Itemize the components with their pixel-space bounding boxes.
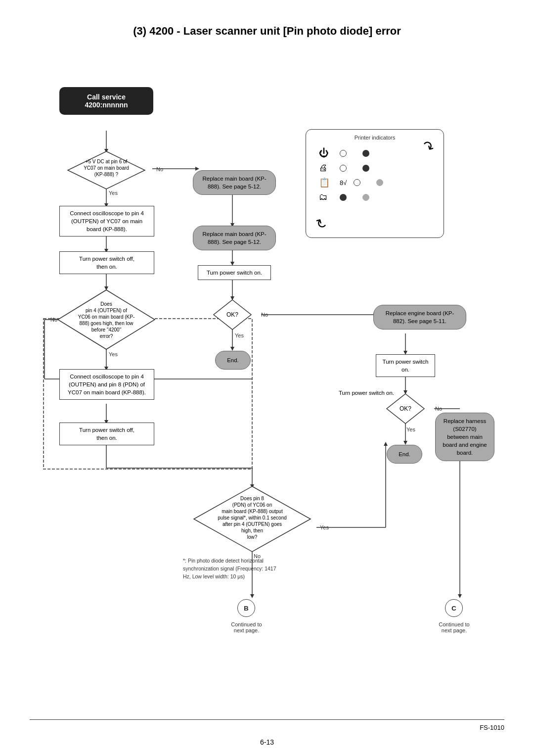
- svg-text:YC07 on main board: YC07 on main board: [84, 165, 129, 171]
- svg-text:(PDN) of YC06 on: (PDN) of YC06 on: [232, 502, 272, 508]
- arrow-bottom-left: ↷: [312, 212, 330, 232]
- svg-text:low?: low?: [247, 534, 258, 540]
- svg-text:Does: Does: [100, 301, 112, 307]
- replace-harness-box: Replace harness (S02770) between main bo…: [435, 413, 494, 461]
- pi-circle-open-3: [354, 179, 360, 186]
- power-off2-box: Turn power switch off,then on.: [59, 423, 154, 445]
- svg-text:YC06 on main board (KP-: YC06 on main board (KP-: [78, 314, 135, 320]
- continued-c: Continued to next page.: [433, 621, 475, 633]
- end2-text: End.: [399, 450, 410, 458]
- connect-osc1-box: Connect oscilloscope to pin 4 (OUTPEN) o…: [59, 206, 154, 236]
- no-label-ok1: No: [261, 312, 268, 318]
- yes-label-ok2: Yes: [406, 426, 415, 432]
- footnote: *: Pin photo diode detect horizontal syn…: [183, 557, 282, 580]
- pi-circle-filled-3: [340, 194, 347, 201]
- power-on1-text: Turn power switch on.: [207, 270, 262, 276]
- yes-label-pin8: Yes: [320, 524, 329, 530]
- page: (3) 4200 - Laser scanner unit [Pin photo…: [0, 0, 534, 756]
- ok1-diamond: OK?: [213, 299, 252, 331]
- model-label: FS-1010: [480, 724, 504, 731]
- printer-indicators-title: Printer indicators: [314, 135, 436, 141]
- svg-marker-45: [458, 594, 462, 598]
- svg-text:888) goes high, then low: 888) goes high, then low: [80, 321, 134, 326]
- pi-row-4: 🗂: [319, 192, 436, 202]
- pi-row-2: 🖨: [319, 163, 436, 173]
- replace-engine-box: Replace engine board (KP-882). See page …: [373, 305, 466, 330]
- pi-circle-gray-1: [376, 179, 383, 186]
- svg-text:OK?: OK?: [226, 311, 238, 318]
- power-off2-text: Turn power switch off,then on.: [79, 427, 134, 441]
- pi-circle-gray-2: [362, 194, 369, 201]
- no-label-ok2: No: [435, 406, 442, 412]
- no-label-dc: No: [156, 166, 163, 172]
- yes-label-pin4: Yes: [109, 351, 118, 357]
- end1-text: End.: [227, 356, 239, 364]
- page-title: (3) 4200 - Laser scanner unit [Pin photo…: [30, 25, 504, 38]
- continued-b: Continued to next page.: [225, 621, 267, 633]
- svg-marker-3: [195, 167, 199, 171]
- replace-main1-box: Replace main board (KP-888). See page 5-…: [193, 170, 276, 195]
- svg-text:high, then: high, then: [241, 528, 263, 533]
- replace-main2-box: Replace main board (KP-888). See page 5-…: [193, 226, 276, 250]
- does-pin4-diamond: Does pin 4 (OUTPEN) of YC06 on main boar…: [57, 289, 156, 351]
- power-on2-box: Turn power switch on.: [376, 354, 435, 377]
- yes-label-dc: Yes: [109, 190, 118, 196]
- pi-circle-open-1: [340, 150, 347, 157]
- tray-icon: 🗂: [319, 192, 335, 202]
- page-number: 6-13: [0, 738, 534, 746]
- svg-text:OK?: OK?: [400, 405, 411, 412]
- pi-circle-filled-2: [362, 165, 369, 172]
- pi-circle-filled-1: [362, 150, 369, 157]
- node-c-terminal: C: [445, 599, 463, 617]
- dc-check-diamond: +5 V DC at pin 6 of YC07 on main board (…: [67, 150, 146, 190]
- power-on1-box: Turn power switch on.: [198, 265, 271, 280]
- svg-marker-52: [58, 290, 155, 349]
- svg-text:pin 4 (OUTPEN) of: pin 4 (OUTPEN) of: [86, 308, 127, 313]
- paper-icon: 📋: [319, 177, 335, 188]
- replace-engine-text: Replace engine board (KP-882). See page …: [386, 310, 454, 324]
- svg-text:before "4200": before "4200": [91, 327, 122, 332]
- footer: FS-1010: [30, 719, 504, 731]
- print-icon: 🖨: [319, 163, 335, 173]
- svg-text:error?: error?: [100, 333, 113, 339]
- ok2-diamond: OK?: [386, 393, 425, 425]
- call-service-box: Call service 4200:nnnnnn: [59, 87, 153, 115]
- connect-osc2-box: Connect oscilloscope to pin 4 (OUTPEN) a…: [59, 369, 154, 400]
- svg-text:after pin 4 (OUTPEN) goes: after pin 4 (OUTPEN) goes: [222, 521, 282, 527]
- svg-text:(KP-888) ?: (KP-888) ?: [94, 172, 119, 177]
- power-off1-text: Turn power switch off,then on.: [79, 256, 134, 270]
- yes-label-ok1: Yes: [235, 332, 244, 338]
- power-on2-text: Turn power switch on.: [383, 359, 429, 373]
- turn-power-switch-label: Turn power switch on.: [339, 390, 394, 396]
- diagram-area: Call service 4200:nnnnnn +5 V DC at pin …: [30, 57, 504, 710]
- connect-osc1-text: Connect oscilloscope to pin 4 (OUTPEN) o…: [70, 210, 144, 232]
- connect-osc2-text: Connect oscilloscope to pin 4 (OUTPEN) a…: [68, 374, 146, 395]
- svg-marker-28: [230, 347, 234, 351]
- power-icon: ⏻: [319, 147, 335, 159]
- end1-box: End.: [215, 351, 251, 370]
- pi-row-1: ⏻: [319, 147, 436, 159]
- svg-marker-33: [250, 594, 254, 598]
- 8v-text: 8√: [340, 179, 347, 187]
- replace-harness-text: Replace harness (S02770) between main bo…: [443, 418, 487, 456]
- svg-text:pulse signal*, within 0.1 seco: pulse signal*, within 0.1 second: [218, 515, 287, 520]
- pi-row-3: 📋 8√: [319, 177, 436, 188]
- node-b-terminal: B: [237, 599, 255, 617]
- replace-main1-text: Replace main board (KP-888). See page 5-…: [202, 176, 266, 189]
- svg-marker-31: [384, 442, 388, 446]
- printer-indicators-panel: Printer indicators ↷ ↷ ⏻ 🖨 📋: [306, 129, 444, 238]
- no-label-pin4: No: [50, 317, 57, 323]
- svg-marker-42: [403, 441, 407, 445]
- does-pin8-diamond: Does pin 8 (PDN) of YC06 on main board (…: [193, 485, 312, 553]
- svg-text:+5 V DC at pin 6 of: +5 V DC at pin 6 of: [86, 159, 128, 164]
- replace-main2-text: Replace main board (KP-888). See page 5-…: [202, 231, 266, 245]
- power-off1-box: Turn power switch off,then on.: [59, 251, 154, 274]
- pi-circle-open-2: [340, 165, 347, 172]
- svg-text:main board (KP-888) output: main board (KP-888) output: [222, 509, 283, 514]
- end2-box: End.: [387, 445, 422, 464]
- svg-text:Does pin 8: Does pin 8: [240, 496, 264, 501]
